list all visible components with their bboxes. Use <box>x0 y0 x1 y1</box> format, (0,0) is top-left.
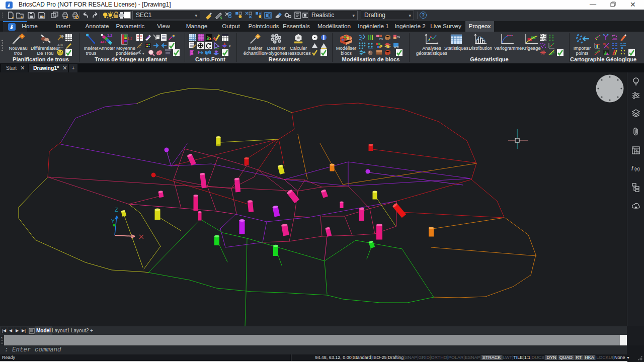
svg-text:(x): (x) <box>634 166 640 171</box>
svg-text:Y: Y <box>111 219 115 224</box>
svg-text:Z: Z <box>115 207 118 213</box>
svg-text:f: f <box>631 165 634 172</box>
